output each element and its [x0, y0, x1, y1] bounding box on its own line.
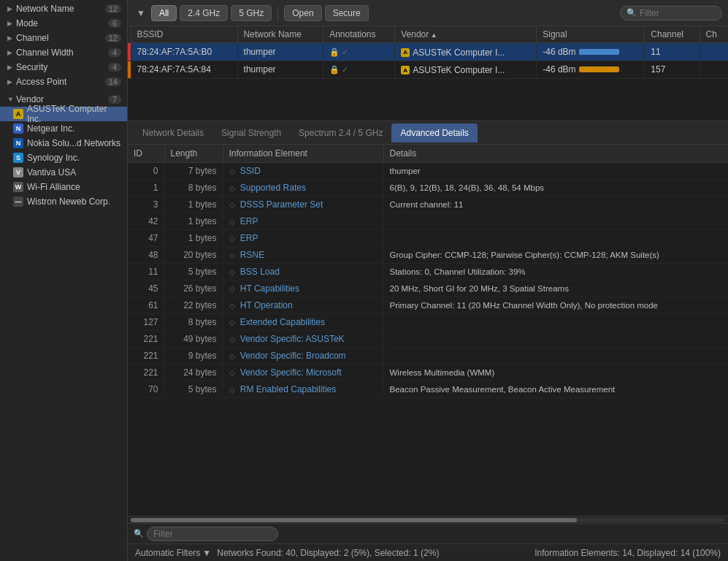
element-row[interactable]: 11 5 bytes ◇ BSS Load Stations: 0, Chann… [128, 264, 728, 280]
ie-link[interactable]: HT Capabilities [240, 283, 299, 294]
tab-spectrum[interactable]: Spectrum 2.4 / 5 GHz [290, 123, 391, 142]
sidebar-vendor-synology[interactable]: S Synology Inc. [0, 150, 127, 165]
element-row[interactable]: 3 1 bytes ◇ DSSS Parameter Set Current c… [128, 196, 728, 213]
ie-link[interactable]: RM Enabled Capabilities [240, 384, 336, 394]
filter-icon-button[interactable]: ▼ [134, 7, 148, 20]
horizontal-scrollbar[interactable] [128, 516, 728, 523]
element-table-container[interactable]: ID Length Information Element Details 0 … [128, 145, 728, 516]
diamond-icon: ◇ [229, 218, 235, 226]
sidebar-count-access-point: 14 [105, 77, 121, 86]
sidebar-item-channel-width[interactable]: ▶ Channel Width 4 [0, 45, 127, 60]
filter-btn-5ghz[interactable]: 5 GHz [231, 5, 272, 21]
col-annotations[interactable]: Annotations [323, 26, 395, 43]
cell-element-id: 47 [128, 230, 164, 247]
signal-bar: -46 dBm [543, 47, 618, 57]
vendor-chip-icon: A [401, 48, 410, 57]
sidebar-item-network-name[interactable]: ▶ Network Name 12 [0, 1, 127, 16]
element-row[interactable]: 70 5 bytes ◇ RM Enabled Capabilities Bea… [128, 381, 728, 398]
chevron-right-icon: ▶ [7, 20, 15, 27]
cell-element-length: 1 bytes [164, 196, 223, 213]
element-row[interactable]: 221 49 bytes ◇ Vendor Specific: ASUSTeK [128, 331, 728, 348]
auto-filters-button[interactable]: Automatic Filters ▼ [135, 548, 211, 558]
element-row[interactable]: 221 24 bytes ◇ Vendor Specific: Microsof… [128, 365, 728, 381]
sidebar-item-mode[interactable]: ▶ Mode 6 [0, 16, 127, 31]
cell-element-id: 45 [128, 280, 164, 297]
cell-element-details: Wireless Multimedia (WMM) [383, 365, 728, 381]
col-id[interactable]: ID [128, 145, 164, 163]
element-row[interactable]: 45 26 bytes ◇ HT Capabilities 20 MHz, Sh… [128, 280, 728, 297]
network-row[interactable]: 78:24:AF:7A:5A:B0 thumper 🔒 ✓ A ASUSTeK … [128, 43, 728, 61]
tab-network-details[interactable]: Network Details [134, 123, 212, 142]
scroll-track [131, 518, 725, 522]
cell-element-id: 0 [128, 163, 164, 180]
ie-link[interactable]: ERP [240, 216, 258, 226]
filter-btn-open[interactable]: Open [284, 5, 321, 21]
element-row[interactable]: 47 1 bytes ◇ ERP [128, 230, 728, 247]
diamond-icon: ◇ [229, 285, 235, 293]
element-row[interactable]: 127 8 bytes ◇ Extended Capabilities [128, 314, 728, 331]
network-row[interactable]: 78:24:AF:7A:5A:84 thumper 🔒 ✓ A ASUSTeK … [128, 61, 728, 79]
element-row[interactable]: 61 22 bytes ◇ HT Operation Primary Chann… [128, 297, 728, 314]
ie-link[interactable]: SSID [240, 166, 261, 176]
sidebar-vendor-nokia[interactable]: N Nokia Solu...d Networks [0, 136, 127, 150]
ie-link[interactable]: Extended Capabilities [240, 317, 325, 327]
col-network-name[interactable]: Network Name [237, 26, 323, 43]
col-length[interactable]: Length [164, 145, 223, 163]
sidebar-vendor-wifi[interactable]: W Wi-Fi Alliance [0, 180, 127, 194]
main-content: ▼ All 2.4 GHz 5 GHz Open Secure 🔍 BSSID … [128, 0, 728, 561]
scroll-thumb[interactable] [131, 518, 577, 522]
col-ch[interactable]: Ch [700, 26, 728, 43]
sidebar-vendor-vantiva[interactable]: V Vantiva USA [0, 165, 127, 180]
ie-link[interactable]: DSSS Parameter Set [240, 199, 323, 210]
ie-link[interactable]: Supported Rates [240, 183, 306, 193]
ie-link[interactable]: ERP [240, 233, 258, 243]
element-filter-input[interactable] [147, 527, 278, 541]
ie-link[interactable]: Vendor Specific: Microsoft [240, 367, 342, 378]
element-row[interactable]: 221 9 bytes ◇ Vendor Specific: Broadcom [128, 348, 728, 365]
ie-link[interactable]: HT Operation [240, 300, 293, 310]
filter-btn-secure[interactable]: Secure [325, 5, 369, 21]
sidebar-label-access-point: Access Point [16, 77, 105, 87]
tab-signal-strength[interactable]: Signal Strength [212, 123, 290, 142]
network-table-container[interactable]: BSSID Network Name Annotations Vendor Si… [128, 26, 728, 121]
element-row[interactable]: 48 20 bytes ◇ RSNE Group Cipher: CCMP-12… [128, 247, 728, 264]
vantiva-vendor-icon: V [13, 167, 23, 178]
cell-element-ie: ◇ Vendor Specific: Microsoft [223, 365, 383, 381]
col-channel[interactable]: Channel [645, 26, 700, 43]
filter-btn-2ghz[interactable]: 2.4 GHz [180, 5, 228, 21]
sidebar-item-security[interactable]: ▶ Security 4 [0, 60, 127, 75]
ie-link[interactable]: RSNE [240, 250, 264, 260]
col-vendor[interactable]: Vendor [395, 26, 537, 43]
filter-btn-all[interactable]: All [151, 5, 177, 21]
chevron-right-icon: ▶ [7, 5, 15, 12]
cell-element-ie: ◇ HT Capabilities [223, 280, 383, 297]
vendor-label-wistron: Wistron Neweb Corp. [27, 196, 110, 207]
col-signal[interactable]: Signal [537, 26, 645, 43]
sidebar-count-security: 4 [108, 63, 121, 72]
cell-element-details [383, 213, 728, 230]
cell-element-ie: ◇ Vendor Specific: ASUSTeK [223, 331, 383, 348]
col-bssid[interactable]: BSSID [131, 26, 237, 43]
cell-signal: -46 dBm [537, 61, 645, 79]
col-information-element[interactable]: Information Element [223, 145, 383, 163]
element-row[interactable]: 1 8 bytes ◇ Supported Rates 6(B), 9, 12(… [128, 180, 728, 196]
cell-element-details [383, 314, 728, 331]
toolbar-search-input[interactable] [640, 8, 716, 18]
sidebar-vendor-wistron[interactable]: — Wistron Neweb Corp. [0, 194, 127, 209]
ie-link[interactable]: Vendor Specific: ASUSTeK [240, 334, 345, 344]
element-row[interactable]: 0 7 bytes ◇ SSID thumper [128, 163, 728, 180]
cell-element-details: Current channel: 11 [383, 196, 728, 213]
sidebar-item-channel[interactable]: ▶ Channel 12 [0, 31, 127, 45]
cell-element-id: 11 [128, 264, 164, 280]
ie-link[interactable]: BSS Load [240, 267, 280, 277]
sidebar-label-network-name: Network Name [16, 4, 105, 14]
ie-link[interactable]: Vendor Specific: Broadcom [240, 351, 346, 361]
element-row[interactable]: 42 1 bytes ◇ ERP [128, 213, 728, 230]
col-details[interactable]: Details [383, 145, 728, 163]
wifi-vendor-icon: W [13, 182, 23, 192]
chevron-right-icon: ▶ [7, 34, 15, 42]
sidebar-item-access-point[interactable]: ▶ Access Point 14 [0, 75, 127, 89]
tab-advanced-details[interactable]: Advanced Details [391, 123, 477, 142]
vendor-chip-icon: A [401, 66, 410, 75]
sidebar-vendor-asus[interactable]: A ASUSTeK Computer Inc. [0, 107, 127, 121]
